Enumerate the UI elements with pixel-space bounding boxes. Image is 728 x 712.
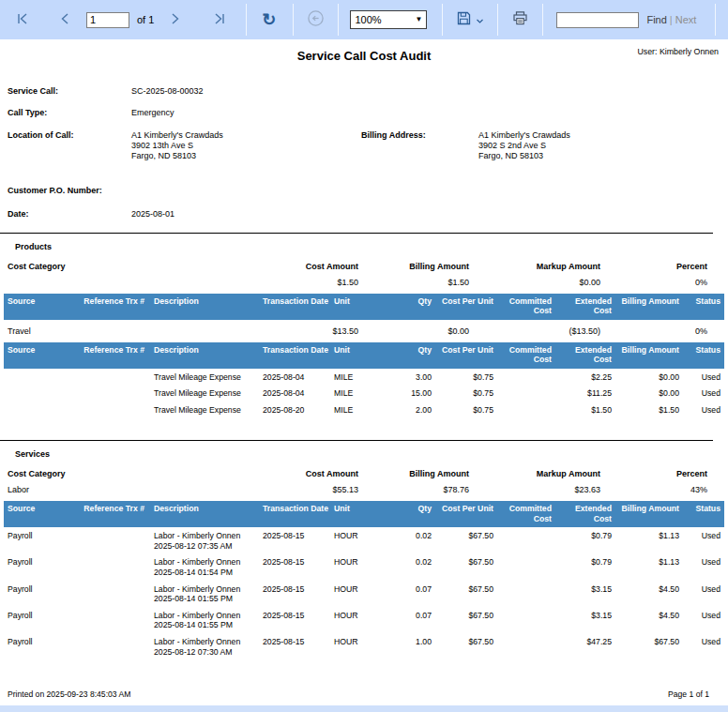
- detail-cell: 2025-08-15: [257, 527, 328, 553]
- field-date: Date: 2025-08-01: [8, 209, 720, 220]
- detail-header-cell: Description: [146, 504, 257, 523]
- detail-cell: 2025-08-20: [257, 401, 328, 418]
- detail-cell: 2025-08-04: [257, 385, 328, 401]
- field-label: Date:: [8, 209, 131, 220]
- report-header: Service Call Cost Audit User: Kimberly O…: [0, 39, 728, 68]
- export-save-button[interactable]: [454, 8, 486, 31]
- detail-cell: Payroll: [8, 607, 75, 633]
- find-link[interactable]: Find: [646, 14, 666, 25]
- back-arrow-icon: [307, 9, 325, 30]
- detail-cell: $1.13: [619, 527, 687, 553]
- detail-cell: Used: [687, 633, 720, 659]
- detail-cell: [75, 633, 146, 659]
- detail-cell: Labor - Kimberly Onnen2025-08-14 01:55 P…: [146, 607, 257, 633]
- field-value: SC-2025-08-00032: [131, 86, 204, 97]
- detail-header-cell: Status: [687, 296, 720, 316]
- summary-header-cell: Billing Amount: [366, 469, 477, 478]
- page-number-label: Page 1 of 1: [668, 689, 709, 699]
- section-title: Services: [15, 449, 728, 459]
- detail-header-cell: Reference Trx #: [75, 296, 146, 316]
- print-button[interactable]: [509, 8, 531, 32]
- horizontal-scrollbar-track[interactable]: [0, 705, 728, 712]
- detail-cell: $0.79: [559, 553, 619, 580]
- detail-header-cell: Description: [146, 296, 257, 316]
- detail-header-row: SourceReference Trx #DescriptionTransact…: [4, 294, 724, 320]
- zoom-select[interactable]: 100% ▼: [350, 10, 427, 29]
- detail-cell: $3.15: [559, 607, 619, 633]
- detail-header-cell: Reference Trx #: [75, 504, 146, 523]
- detail-cell: $3.15: [559, 581, 619, 607]
- detail-cell: [501, 581, 559, 607]
- report-page: Service Call Cost Audit User: Kimberly O…: [0, 39, 728, 659]
- last-page-button[interactable]: [210, 9, 229, 31]
- detail-header-cell: Unit: [328, 345, 394, 365]
- detail-cell: [75, 581, 146, 607]
- detail-row: Travel Mileage Expense2025-08-04MILE3.00…: [0, 369, 728, 386]
- summary-cell: [8, 278, 205, 287]
- detail-cell: [75, 553, 146, 580]
- detail-header-cell: Billing Amount: [619, 296, 687, 316]
- page-number-input[interactable]: [86, 12, 129, 28]
- toolbar-separator: [497, 4, 498, 36]
- field-customer-po: Customer P.O. Number:: [8, 186, 720, 196]
- first-page-button[interactable]: [13, 9, 32, 31]
- refresh-button[interactable]: ↻: [260, 9, 278, 30]
- detail-cell: [501, 527, 559, 553]
- detail-header-cell: Committed Cost: [501, 504, 559, 523]
- detail-cell: $0.75: [439, 401, 501, 418]
- detail-cell: Used: [687, 607, 720, 633]
- detail-cell: 2025-08-15: [257, 581, 328, 607]
- printer-icon: [511, 9, 529, 30]
- detail-row: PayrollLabor - Kimberly Onnen2025-08-14 …: [0, 581, 728, 607]
- refresh-icon: ↻: [262, 11, 276, 28]
- detail-cell: [501, 369, 559, 386]
- printed-on-label: Printed on 2025-09-23 8:45:03 AM: [8, 689, 130, 699]
- field-label: Call Type:: [8, 108, 131, 118]
- detail-header-cell: Extended Cost: [559, 504, 619, 523]
- find-next-link[interactable]: Next: [675, 14, 697, 25]
- field-call-type: Call Type: Emergency: [8, 108, 720, 118]
- summary-cell: Labor: [8, 485, 205, 494]
- detail-header-cell: Billing Amount: [619, 345, 687, 365]
- find-text-input[interactable]: [556, 12, 639, 28]
- section-title: Products: [15, 242, 728, 251]
- detail-header-cell: Status: [687, 504, 720, 523]
- detail-header-cell: Extended Cost: [559, 345, 619, 365]
- detail-cell: [501, 633, 559, 659]
- previous-page-button[interactable]: [56, 9, 73, 31]
- summary-header-row: Cost CategoryCost AmountBilling AmountMa…: [0, 262, 728, 271]
- address-line: Fargo, ND 58103: [478, 151, 570, 161]
- detail-cell: [75, 607, 146, 633]
- address-line: A1 Kimberly's Crawdads: [131, 130, 361, 141]
- detail-cell: Used: [687, 527, 720, 553]
- detail-cell: Travel Mileage Expense: [146, 369, 257, 386]
- field-value: Emergency: [131, 108, 174, 118]
- chevron-left-icon: [58, 11, 71, 29]
- summary-cell: 0%: [608, 326, 720, 336]
- detail-cell: 2025-08-15: [257, 607, 328, 633]
- back-to-parent-button[interactable]: [305, 8, 326, 32]
- field-label: Service Call:: [8, 86, 131, 97]
- report-sections: ProductsCost CategoryCost AmountBilling …: [0, 233, 728, 660]
- detail-header-cell: Source: [8, 504, 75, 523]
- detail-cell: Used: [687, 401, 720, 418]
- detail-cell: 2025-08-15: [257, 553, 328, 580]
- last-page-icon: [212, 11, 227, 29]
- field-service-call: Service Call: SC-2025-08-00032: [8, 86, 720, 97]
- detail-header-cell: Committed Cost: [501, 296, 559, 316]
- toolbar-separator: [715, 4, 716, 36]
- summary-cell: $1.50: [205, 278, 366, 287]
- detail-cell: [75, 527, 146, 553]
- next-page-button[interactable]: [167, 9, 184, 31]
- address-line: Fargo, ND 58103: [131, 151, 361, 161]
- field-value: 2025-08-01: [131, 209, 174, 220]
- section-divider: [0, 440, 713, 441]
- detail-row: PayrollLabor - Kimberly Onnen2025-08-14 …: [0, 607, 728, 633]
- summary-header-row: Cost CategoryCost AmountBilling AmountMa…: [0, 469, 728, 478]
- detail-cell: HOUR: [328, 553, 394, 580]
- user-label: User: Kimberly Onnen: [637, 47, 719, 56]
- detail-cell: [75, 385, 146, 401]
- detail-header-cell: Billing Amount: [619, 504, 687, 523]
- detail-header-cell: Reference Trx #: [75, 345, 146, 365]
- detail-cell: $47.25: [559, 633, 619, 659]
